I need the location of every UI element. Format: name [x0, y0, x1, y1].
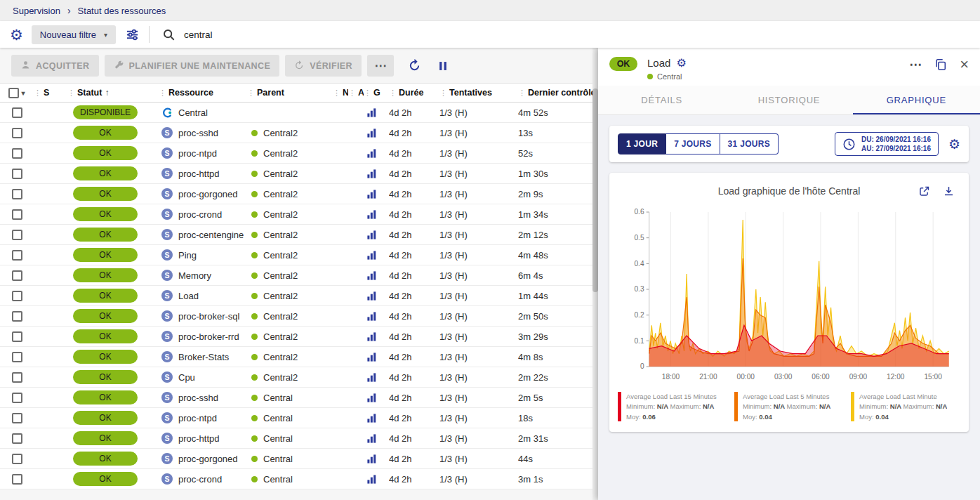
time-range-button[interactable]: 1 JOUR — [618, 133, 666, 154]
row-checkbox[interactable] — [12, 454, 22, 464]
resource-name[interactable]: Ping — [178, 250, 197, 261]
resource-name[interactable]: proc-gorgoned — [178, 454, 238, 464]
table-scrollbar[interactable] — [592, 48, 598, 500]
graph-icon[interactable] — [366, 209, 377, 220]
parent-name[interactable]: Central2 — [263, 148, 298, 159]
parent-name[interactable]: Central — [263, 433, 293, 444]
graph-icon[interactable] — [366, 454, 377, 464]
table-row[interactable]: OK S proc-gorgoned Central2 4d 2h 1/3 (H… — [0, 184, 598, 204]
panel-more-icon[interactable]: ⋯ — [909, 57, 922, 72]
refresh-icon[interactable] — [406, 58, 423, 74]
date-range-picker[interactable]: DU: 26/09/2021 16:16 AU: 27/09/2021 16:1… — [835, 132, 939, 156]
tune-filter-icon[interactable] — [124, 27, 140, 43]
resource-name[interactable]: proc-httpd — [178, 169, 220, 179]
parent-name[interactable]: Central2 — [263, 250, 298, 261]
table-row[interactable]: OK S proc-gorgoned Central 4d 2h 1/3 (H)… — [0, 449, 598, 469]
row-checkbox[interactable] — [12, 128, 22, 138]
select-all-caret-icon[interactable]: ▾ — [21, 89, 25, 97]
parent-name[interactable]: Central2 — [263, 230, 298, 240]
graph-icon[interactable] — [366, 474, 377, 485]
parent-name[interactable]: Central2 — [263, 189, 298, 199]
open-in-new-icon[interactable] — [917, 184, 932, 199]
parent-name[interactable]: Central — [263, 454, 293, 464]
time-range-button[interactable]: 31 JOURS — [720, 133, 779, 154]
table-row[interactable]: OK S Memory Central2 4d 2h 1/3 (H) 6m 4s — [0, 265, 598, 286]
parent-name[interactable]: Central2 — [263, 311, 298, 322]
parent-name[interactable]: Central2 — [263, 209, 298, 220]
graph-icon[interactable] — [366, 393, 377, 403]
parent-name[interactable]: Central2 — [263, 128, 298, 138]
graph-icon[interactable] — [366, 291, 377, 301]
select-all-checkbox[interactable] — [8, 88, 19, 98]
resource-name[interactable]: proc-ntpd — [178, 413, 217, 423]
row-checkbox[interactable] — [12, 393, 22, 403]
resource-name[interactable]: Cpu — [178, 372, 195, 383]
graph-icon[interactable] — [366, 311, 377, 322]
graph-icon[interactable] — [366, 169, 377, 179]
header-acknowledged[interactable]: ⋮ A — [348, 88, 364, 98]
parent-name[interactable]: Central2 — [263, 331, 298, 342]
table-row[interactable]: OK S proc-sshd Central2 4d 2h 1/3 (H) 13… — [0, 123, 598, 143]
header-graph[interactable]: ⋮ G — [364, 88, 389, 98]
graph-settings-gear-icon[interactable]: ⚙ — [948, 138, 960, 151]
resource-name[interactable]: proc-centengine — [178, 230, 244, 240]
scrollbar-thumb[interactable] — [592, 88, 598, 292]
plan-maintenance-button[interactable]: PLANIFIER UNE MAINTENANCE — [105, 55, 280, 77]
header-severity[interactable]: ⋮ S — [34, 88, 67, 98]
parent-name[interactable]: Central2 — [263, 270, 298, 281]
graph-icon[interactable] — [366, 230, 377, 240]
resource-name[interactable]: proc-ntpd — [178, 148, 217, 159]
row-checkbox[interactable] — [12, 230, 22, 240]
close-icon[interactable]: × — [960, 57, 969, 72]
table-row[interactable]: OK S proc-crond Central 4d 2h 1/3 (H) 3m… — [0, 469, 598, 489]
parent-name[interactable]: Central — [263, 413, 293, 423]
table-row[interactable]: OK S proc-centengine Central2 4d 2h 1/3 … — [0, 225, 598, 245]
tab-details[interactable]: DÉTAILS — [598, 86, 725, 114]
row-checkbox[interactable] — [12, 169, 22, 179]
table-row[interactable]: OK S proc-sshd Central 4d 2h 1/3 (H) 2m … — [0, 388, 598, 408]
table-row[interactable]: OK S proc-ntpd Central 4d 2h 1/3 (H) 18s — [0, 408, 598, 428]
resource-name[interactable]: proc-sshd — [178, 128, 218, 138]
more-actions-button[interactable]: ⋯ — [367, 55, 394, 77]
table-row[interactable]: DISPONIBLE Central 4d 2h 1/3 (H) 4m 52s — [0, 103, 598, 123]
parent-name[interactable]: Central2 — [263, 352, 298, 362]
tab-graphique[interactable]: GRAPHIQUE — [853, 86, 980, 114]
load-chart[interactable]: 18:0021:0000:0003:0006:0009:0012:0015:00… — [618, 202, 960, 386]
parent-name[interactable]: Central2 — [263, 169, 298, 179]
resource-name[interactable]: Load — [178, 291, 199, 301]
graph-icon[interactable] — [366, 433, 377, 444]
row-checkbox[interactable] — [12, 331, 22, 342]
parent-name[interactable]: Central — [263, 474, 293, 485]
resource-name[interactable]: proc-broker-rrd — [178, 331, 239, 342]
table-row[interactable]: OK S proc-httpd Central2 4d 2h 1/3 (H) 1… — [0, 164, 598, 184]
row-checkbox[interactable] — [12, 352, 22, 362]
header-resource[interactable]: ⋮ Ressource — [159, 88, 247, 98]
row-checkbox[interactable] — [12, 270, 22, 281]
row-checkbox[interactable] — [12, 209, 22, 220]
breadcrumb-current[interactable]: Statut des ressources — [78, 6, 166, 16]
table-row[interactable]: OK S proc-httpd Central 4d 2h 1/3 (H) 2m… — [0, 428, 598, 449]
resource-name[interactable]: Broker-Stats — [178, 352, 229, 362]
graph-icon[interactable] — [366, 148, 377, 159]
row-checkbox[interactable] — [12, 474, 22, 485]
pause-icon[interactable] — [435, 58, 451, 74]
download-icon[interactable] — [941, 184, 956, 199]
table-row[interactable]: OK S Broker-Stats Central2 4d 2h 1/3 (H)… — [0, 347, 598, 367]
graph-icon[interactable] — [366, 189, 377, 199]
search-input[interactable] — [184, 29, 577, 40]
table-row[interactable]: OK S Cpu Central2 4d 2h 1/3 (H) 2m 22s — [0, 367, 598, 388]
row-checkbox[interactable] — [12, 148, 22, 159]
row-checkbox[interactable] — [12, 107, 22, 118]
table-row[interactable]: OK S proc-broker-sql Central2 4d 2h 1/3 … — [0, 306, 598, 327]
sort-asc-icon[interactable]: ↑ — [105, 88, 109, 98]
row-checkbox[interactable] — [12, 291, 22, 301]
row-checkbox[interactable] — [12, 413, 22, 423]
new-filter-dropdown[interactable]: Nouveau filtre ▾ — [32, 25, 116, 44]
acknowledge-button[interactable]: ACQUITTER — [11, 55, 99, 77]
resource-name[interactable]: proc-crond — [178, 474, 222, 485]
graph-icon[interactable] — [366, 128, 377, 138]
parent-name[interactable]: Central2 — [263, 372, 298, 383]
time-range-button[interactable]: 7 JOURS — [666, 133, 720, 154]
resource-name[interactable]: Memory — [178, 270, 211, 281]
row-checkbox[interactable] — [12, 372, 22, 383]
